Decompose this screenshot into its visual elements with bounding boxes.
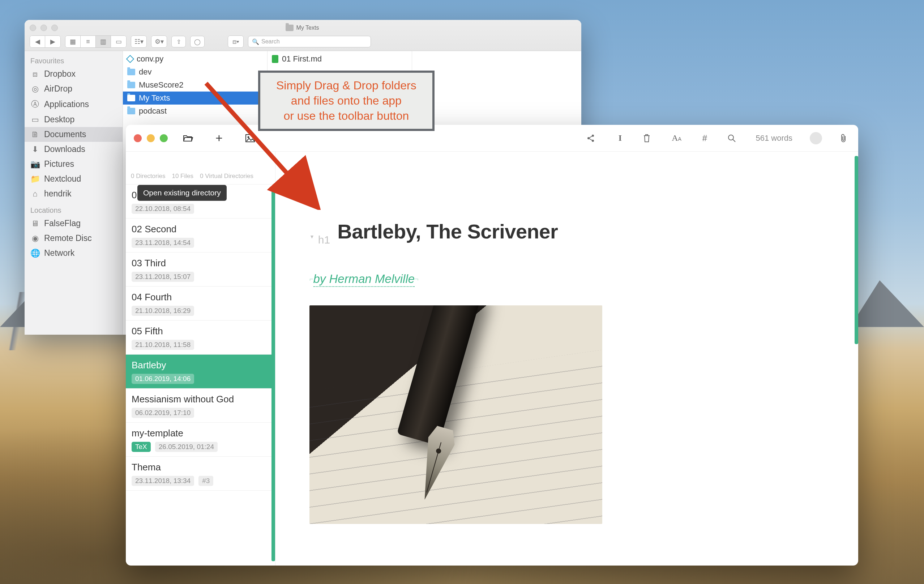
sidebar-header: 0 Directories 10 Files 0 Virtual Directo… [126, 152, 275, 185]
file-row[interactable]: dev▶ [123, 66, 267, 78]
document-byline[interactable]: ⌐by Herman Melville¬ [309, 272, 824, 286]
heading-level-label: h1 [318, 234, 330, 246]
view-icon-grid[interactable]: ▦ [66, 36, 81, 47]
view-icon-columns[interactable]: ▥ [96, 36, 111, 47]
sidebar-item-pictures[interactable]: 📷Pictures [25, 157, 122, 172]
search-button[interactable] [727, 134, 738, 142]
folder-icon: 📁 [30, 174, 40, 184]
svg-point-2 [248, 136, 249, 138]
sidebar-item-remote disc[interactable]: ◉Remote Disc [25, 231, 122, 246]
sidebar-item-nextcloud[interactable]: 📁Nextcloud [25, 172, 122, 186]
view-mode-segment[interactable]: ▦ ≡ ▥ ▭ [65, 35, 127, 48]
network-icon: 🌐 [30, 248, 40, 258]
note-date: 22.10.2018, 08:54 [132, 204, 194, 214]
note-item[interactable]: 02 Second23.11.2018, 14:54 [126, 218, 275, 253]
document-title[interactable]: Bartleby, The Scrivener [337, 220, 558, 243]
note-item[interactable]: 05 Fifth21.10.2018, 11:58 [126, 321, 275, 355]
notes-sidebar: Open existing directory 0 Directories 10… [126, 152, 276, 566]
nav-back-forward[interactable]: ◀ ▶ [30, 35, 61, 48]
back-button[interactable]: ◀ [30, 36, 45, 47]
sidebar-item-label: Network [44, 248, 74, 258]
finder-traffic-lights[interactable] [30, 25, 58, 31]
note-item[interactable]: 04 Fourth21.10.2018, 16:29 [126, 286, 275, 321]
note-title: Thema [132, 462, 269, 473]
sidebar-item-airdrop[interactable]: ◎AirDrop [25, 81, 122, 96]
arrange-menu[interactable]: ☷▾ [131, 35, 147, 48]
count-files: 10 Files [172, 173, 193, 180]
gear-icon[interactable]: ⚙▾ [152, 36, 167, 47]
sidebar-item-falseflag[interactable]: 🖥FalseFlag [25, 216, 122, 231]
sidebar-item-desktop[interactable]: ▭Desktop [25, 112, 122, 127]
editor-content[interactable]: ▼ h1 Bartleby, The Scrivener ⌐by Herman … [276, 152, 858, 566]
attachment-button[interactable] [840, 134, 850, 143]
share-button[interactable]: ⇪ [172, 36, 186, 47]
note-item[interactable]: Bartleby01.06.2019, 14:06 [126, 355, 275, 389]
note-date: 06.02.2019, 17:10 [132, 408, 194, 418]
dropbox-icon[interactable]: ⧈▾ [228, 36, 243, 47]
note-item[interactable]: my-templateTeX26.05.2019, 01:24 [126, 423, 275, 457]
view-icon-list[interactable]: ≡ [81, 36, 96, 47]
sidebar-item-downloads[interactable]: ⬇Downloads [25, 142, 122, 157]
callout-text: or use the toolbar button [276, 108, 416, 123]
zoom-icon[interactable] [51, 25, 58, 31]
note-title: my-template [132, 428, 269, 439]
notes-list[interactable]: 01 First22.10.2018, 08:5402 Second23.11.… [126, 185, 275, 566]
sidebar-item-documents[interactable]: 🗎Documents [25, 127, 122, 142]
zoom-icon[interactable] [160, 134, 168, 142]
sidebar-item-label: Dropbox [44, 69, 76, 79]
share-button[interactable] [586, 134, 597, 142]
delete-button[interactable] [643, 134, 653, 143]
file-row[interactable]: My Texts▶ [123, 91, 267, 104]
close-icon[interactable] [134, 134, 142, 142]
note-date: 01.06.2019, 14:06 [132, 374, 194, 384]
folder-icon [127, 82, 135, 88]
close-icon[interactable] [30, 25, 36, 31]
editor-traffic-lights[interactable] [134, 134, 168, 142]
forward-button[interactable]: ▶ [45, 36, 60, 47]
font-button[interactable]: AA [671, 133, 682, 143]
file-row[interactable]: MuseScore2▶ [123, 78, 267, 91]
view-icon-gallery[interactable]: ▭ [111, 36, 126, 47]
dropbox-toolbar[interactable]: ⧈▾ [228, 35, 244, 48]
finder-sidebar: Favourites ⧈Dropbox◎AirDropⒶApplications… [25, 51, 123, 335]
folder-open-icon [183, 134, 193, 142]
note-item[interactable]: 03 Third23.11.2018, 15:07 [126, 253, 275, 286]
annotation-callout: Simply Drag & Drop folders and files ont… [258, 71, 434, 131]
sidebar-item-network[interactable]: 🌐Network [25, 246, 122, 261]
minimize-icon[interactable] [147, 134, 155, 142]
sidebar-item-label: Applications [44, 99, 89, 109]
applications-icon: Ⓐ [30, 99, 40, 110]
image-button[interactable] [244, 132, 256, 144]
editor-titlebar[interactable]: + I AA # 561 words [126, 125, 858, 152]
document-image[interactable] [309, 305, 602, 524]
text-cursor-button[interactable]: I [615, 133, 625, 143]
file-row[interactable]: 01 First.md [267, 53, 412, 66]
action-menu[interactable]: ⚙▾ [151, 35, 167, 48]
sidebar-item-label: FalseFlag [44, 218, 81, 228]
minimize-icon[interactable] [41, 25, 47, 31]
note-item[interactable]: Thema23.11.2018, 13:34#3 [126, 457, 275, 491]
open-folder-button[interactable] [182, 132, 194, 144]
airdrop-icon: ◎ [30, 84, 40, 94]
search-input[interactable]: 🔍 Search [248, 36, 371, 47]
sidebar-item-label: Pictures [44, 159, 74, 169]
chevron-down-icon[interactable]: ▼ [309, 234, 315, 246]
home-icon: ⌂ [30, 189, 40, 199]
sidebar-item-dropbox[interactable]: ⧈Dropbox [25, 66, 122, 81]
note-date: 23.11.2018, 13:34 [132, 476, 194, 486]
arrange-icon[interactable]: ☷▾ [131, 36, 147, 47]
documents-icon: 🗎 [30, 130, 40, 139]
note-item[interactable]: Messianism without God06.02.2019, 17:10 [126, 389, 275, 423]
tags-button[interactable]: ◯ [190, 36, 205, 47]
avatar[interactable] [810, 132, 822, 144]
sidebar-heading-locations: Locations [25, 204, 122, 216]
file-row[interactable]: conv.py [123, 53, 267, 66]
new-file-button[interactable]: + [213, 132, 225, 144]
window-title-text: My Texts [297, 25, 319, 31]
note-date: 26.05.2019, 01:24 [155, 442, 218, 452]
sidebar-item-applications[interactable]: ⒶApplications [25, 96, 122, 112]
file-row[interactable]: podcast▶ [123, 104, 267, 117]
hashtag-button[interactable]: # [699, 133, 710, 143]
sidebar-item-hendrik[interactable]: ⌂hendrik [25, 186, 122, 201]
finder-titlebar[interactable]: My Texts ◀ ▶ ▦ ≡ ▥ ▭ ☷▾ ⚙▾ ⇪ ◯ ⧈▾ 🔍 Sea [25, 20, 581, 51]
